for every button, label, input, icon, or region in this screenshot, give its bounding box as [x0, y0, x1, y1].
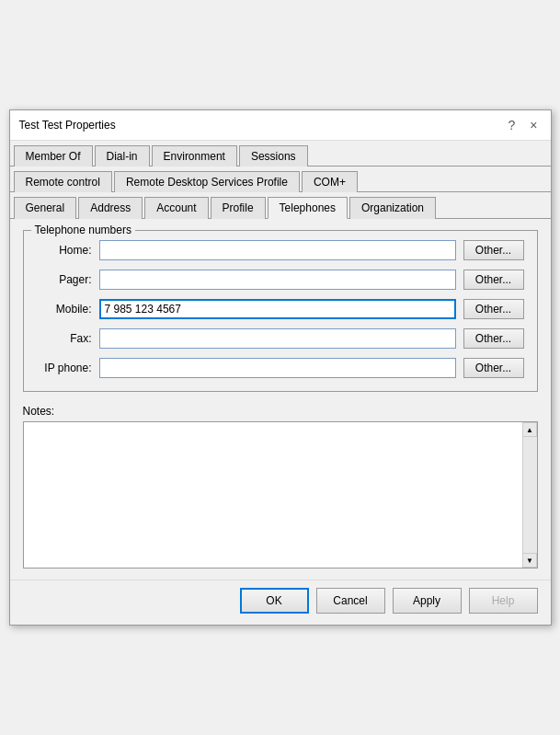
- tab-remote-control[interactable]: Remote control: [14, 171, 112, 192]
- fax-other-button[interactable]: Other...: [463, 328, 524, 349]
- fax-field-row: Fax: Other...: [37, 328, 524, 349]
- notes-section: Notes: ▲ ▼: [23, 405, 538, 568]
- fax-label: Fax:: [37, 332, 99, 345]
- help-button[interactable]: ?: [505, 118, 520, 132]
- tab-remote-desktop[interactable]: Remote Desktop Services Profile: [114, 171, 300, 192]
- tab-organization[interactable]: Organization: [349, 197, 436, 219]
- tab-com[interactable]: COM+: [302, 171, 358, 192]
- mobile-label: Mobile:: [37, 303, 99, 316]
- scroll-track: [523, 437, 537, 553]
- close-button[interactable]: ×: [526, 118, 541, 132]
- tab-row-2: Remote control Remote Desktop Services P…: [10, 167, 551, 192]
- tab-profile[interactable]: Profile: [211, 197, 266, 219]
- tab-container: Member Of Dial-in Environment Sessions R…: [10, 141, 551, 219]
- pager-label: Pager:: [37, 273, 99, 286]
- apply-button[interactable]: Apply: [393, 588, 462, 614]
- dialog-title: Test Test Properties: [19, 119, 116, 132]
- group-legend: Telephone numbers: [31, 224, 135, 236]
- tab-row-1: Member Of Dial-in Environment Sessions: [10, 141, 551, 167]
- content-area: Telephone numbers Home: Other... Pager: …: [10, 219, 551, 580]
- tab-address[interactable]: Address: [78, 197, 143, 219]
- scroll-down-arrow[interactable]: ▼: [522, 553, 537, 568]
- pager-other-button[interactable]: Other...: [463, 270, 524, 290]
- tab-telephones[interactable]: Telephones: [268, 197, 348, 219]
- button-bar: OK Cancel Apply Help: [10, 580, 551, 625]
- ok-button[interactable]: OK: [240, 588, 309, 614]
- mobile-other-button[interactable]: Other...: [463, 299, 524, 319]
- tab-environment[interactable]: Environment: [152, 145, 237, 167]
- home-field-row: Home: Other...: [37, 240, 524, 260]
- pager-field-row: Pager: Other...: [37, 270, 524, 290]
- mobile-field-row: Mobile: Other...: [37, 299, 524, 319]
- fax-input[interactable]: [99, 328, 456, 349]
- home-label: Home:: [37, 244, 99, 257]
- ipphone-other-button[interactable]: Other...: [463, 358, 524, 378]
- tab-sessions[interactable]: Sessions: [239, 145, 308, 167]
- notes-label: Notes:: [23, 405, 538, 418]
- tab-member-of[interactable]: Member Of: [14, 145, 93, 167]
- ipphone-input[interactable]: [99, 358, 456, 378]
- tab-account[interactable]: Account: [144, 197, 208, 219]
- tab-dial-in[interactable]: Dial-in: [95, 145, 150, 167]
- notes-container: ▲ ▼: [23, 421, 538, 568]
- notes-scrollbar: ▲ ▼: [522, 422, 537, 568]
- home-other-button[interactable]: Other...: [463, 240, 524, 260]
- mobile-input[interactable]: [99, 299, 456, 319]
- notes-textarea[interactable]: [24, 422, 522, 568]
- tab-row-3: General Address Account Profile Telephon…: [10, 192, 551, 219]
- tab-general[interactable]: General: [14, 197, 77, 219]
- home-input[interactable]: [99, 240, 456, 260]
- title-bar-controls: ? ×: [505, 118, 542, 132]
- telephone-numbers-group: Telephone numbers Home: Other... Pager: …: [23, 230, 538, 392]
- properties-dialog: Test Test Properties ? × Member Of Dial-…: [9, 109, 552, 626]
- ipphone-field-row: IP phone: Other...: [37, 358, 524, 378]
- pager-input[interactable]: [99, 270, 456, 290]
- scroll-up-arrow[interactable]: ▲: [522, 422, 537, 437]
- cancel-button[interactable]: Cancel: [316, 588, 385, 614]
- help-dialog-button: Help: [469, 588, 538, 614]
- title-bar: Test Test Properties ? ×: [10, 110, 551, 141]
- ipphone-label: IP phone:: [37, 362, 99, 374]
